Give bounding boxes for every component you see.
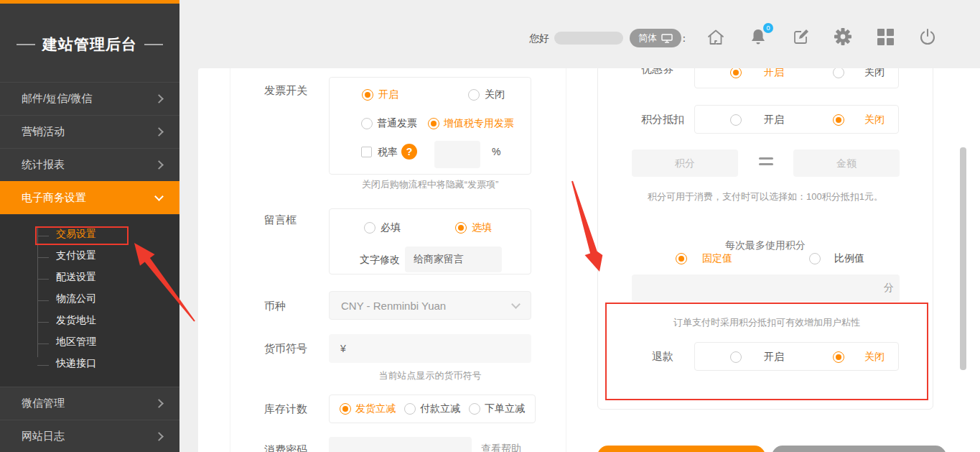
stock-pay-radio[interactable]: [404, 403, 416, 415]
currency-label: 币种: [264, 300, 286, 313]
max-points-title: 每次最多使用积分: [597, 239, 933, 252]
chevron-right-icon: [154, 94, 164, 103]
max-points-input[interactable]: [632, 275, 900, 302]
save-button[interactable]: [597, 446, 765, 452]
refund-groupbox: 开启 关闭: [694, 342, 899, 371]
sidebar-item-delivery-settings[interactable]: 配送设置: [56, 271, 171, 287]
sidebar: 建站管理后台 邮件/短信/微信 营销活动 统计报表 电子商务设置 交易设置 支付…: [0, 0, 179, 452]
greeting-text: 您好: [529, 32, 549, 45]
pay-password-input[interactable]: [329, 437, 472, 452]
sidebar-item-label: 营销活动: [22, 125, 156, 139]
currency-symbol-input[interactable]: [329, 334, 531, 363]
refund-on-radio[interactable]: [730, 351, 742, 363]
currency-select[interactable]: CNY - Renminbi Yuan: [329, 291, 531, 320]
invoice-hint: 关闭后购物流程中将隐藏“发票项”: [329, 178, 531, 191]
language-label: 简体: [638, 32, 657, 45]
panel-divider: [566, 68, 566, 452]
invoice-switch-label: 发票开关: [264, 84, 307, 98]
sidebar-item-express-interface[interactable]: 快递接口: [56, 357, 171, 373]
sidebar-item-marketing[interactable]: 营销活动: [0, 115, 179, 148]
home-icon[interactable]: [706, 27, 726, 47]
invoice-normal-label: 普通发票: [377, 117, 417, 130]
panel-divider: [230, 68, 230, 452]
invoice-off-radio[interactable]: [468, 89, 480, 101]
scrollbar-thumb[interactable]: [960, 147, 966, 370]
percent-sign: %: [492, 146, 500, 157]
coupon-off-radio[interactable]: [833, 68, 844, 78]
stock-count-label: 库存计数: [264, 402, 307, 416]
refund-on-label: 开启: [764, 351, 784, 364]
username-redacted: [554, 32, 623, 45]
amount-input[interactable]: [793, 149, 900, 177]
sidebar-item-statistics[interactable]: 统计报表: [0, 148, 179, 181]
message-required-label: 必填: [381, 221, 401, 234]
points-unit-suffix: 分: [884, 282, 894, 295]
tax-rate-input[interactable]: [434, 141, 480, 168]
top-header: 您好 管理站点： 简体 0: [179, 0, 980, 68]
power-logout-icon[interactable]: [918, 27, 938, 47]
sidebar-item-ecommerce-settings[interactable]: 电子商务设置: [0, 181, 179, 214]
coupon-on-label: 开启: [764, 68, 784, 79]
language-site-button[interactable]: 简体: [630, 29, 681, 47]
coupon-on-radio[interactable]: [730, 68, 742, 78]
tax-rate-checkbox[interactable]: [361, 147, 372, 157]
points-off-radio[interactable]: [833, 114, 844, 126]
sidebar-item-wechat-management[interactable]: 微信管理: [0, 387, 179, 420]
invoice-normal-radio[interactable]: [361, 118, 373, 129]
title-dash-left: [17, 44, 35, 45]
notification-badge: 0: [763, 23, 773, 33]
message-optional-label: 选填: [472, 221, 492, 234]
title-dash-right: [144, 44, 163, 45]
sidebar-item-payment-settings[interactable]: 支付设置: [56, 249, 171, 265]
invoice-vat-radio[interactable]: [428, 118, 439, 129]
points-input[interactable]: [632, 149, 738, 177]
ratio-value-radio[interactable]: [809, 253, 821, 264]
grid-square: [877, 29, 885, 36]
cancel-button[interactable]: [772, 446, 946, 452]
points-deduct-groupbox: 开启 关闭: [694, 105, 899, 134]
refund-off-label: 关闭: [864, 351, 885, 364]
message-optional-radio[interactable]: [455, 222, 467, 234]
sidebar-item-trade-settings[interactable]: 交易设置: [56, 228, 171, 244]
invoice-groupbox: 开启 关闭 普通发票 增值税专用发票 税率 ? %: [329, 77, 531, 175]
view-help-link[interactable]: 查看帮助: [481, 443, 521, 452]
apps-grid-icon[interactable]: [876, 27, 896, 47]
points-on-radio[interactable]: [730, 114, 742, 126]
invoice-vat-label: 增值税专用发票: [444, 117, 514, 130]
notifications-bell-icon[interactable]: 0: [749, 27, 769, 47]
refund-off-radio[interactable]: [833, 351, 844, 363]
message-text-input[interactable]: [405, 246, 502, 272]
message-box-label: 留言框: [264, 213, 297, 227]
monitor-icon: [661, 34, 673, 43]
sidebar-item-label: 邮件/短信/微信: [22, 92, 156, 106]
sidebar-item-logistics-company[interactable]: 物流公司: [56, 292, 171, 308]
invoice-on-radio[interactable]: [362, 89, 373, 101]
message-required-radio[interactable]: [364, 222, 375, 234]
grid-square: [887, 38, 894, 45]
sidebar-item-label: 电子商务设置: [22, 191, 156, 205]
ecommerce-submenu: 交易设置 支付设置 配送设置 物流公司 发货地址 地区管理 快递接口: [0, 215, 179, 387]
compose-edit-icon[interactable]: [792, 27, 812, 47]
fixed-value-radio[interactable]: [676, 253, 687, 264]
sidebar-item-region-management[interactable]: 地区管理: [56, 336, 171, 351]
chevron-right-icon: [154, 160, 164, 170]
help-question-icon[interactable]: ?: [401, 144, 417, 160]
currency-symbol-hint: 当前站点显示的货币符号: [329, 369, 531, 382]
stock-ship-radio[interactable]: [340, 403, 351, 415]
refund-label: 退款: [652, 350, 673, 364]
submenu-tree-line: [37, 226, 38, 357]
app-title: 建站管理后台: [0, 34, 179, 55]
sidebar-item-shipping-address[interactable]: 发货地址: [56, 314, 171, 330]
stock-order-label: 下单立减: [485, 402, 525, 415]
stock-order-radio[interactable]: [469, 403, 480, 415]
sidebar-item-site-log[interactable]: 网站日志: [0, 420, 179, 452]
text-edit-label: 文字修改: [360, 254, 400, 267]
coupon-label-partial: 优惠券: [641, 68, 673, 76]
sidebar-item-label: 微信管理: [22, 397, 156, 410]
stock-ship-label: 发货立减: [355, 402, 396, 415]
currency-symbol-label: 货币符号: [264, 342, 307, 356]
settings-gear-icon[interactable]: [834, 27, 854, 47]
sidebar-item-mail-sms-wechat[interactable]: 邮件/短信/微信: [0, 82, 179, 115]
ratio-value-label: 比例值: [834, 252, 864, 265]
tax-rate-label: 税率: [378, 146, 398, 159]
